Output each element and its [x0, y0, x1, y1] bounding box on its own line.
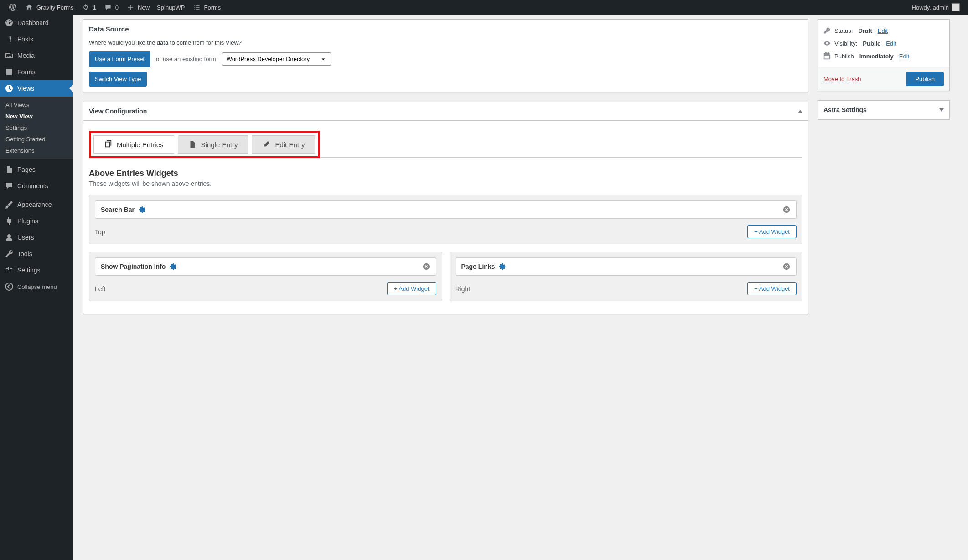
avatar — [952, 3, 960, 11]
user-icon — [5, 233, 14, 242]
spinupwp-link[interactable]: SpinupWP — [153, 0, 188, 15]
sidebar-item-label: Posts — [17, 36, 33, 43]
calendar-icon — [823, 52, 831, 60]
sidebar-item-comments[interactable]: Comments — [0, 178, 73, 194]
use-form-preset-button[interactable]: Use a Form Preset — [89, 51, 150, 67]
view-config-heading-row[interactable]: View Configuration — [83, 102, 808, 121]
widget-pagination-info[interactable]: Show Pagination Info — [95, 257, 436, 276]
submenu-item-extensions[interactable]: Extensions — [0, 145, 73, 156]
add-widget-top-button[interactable]: + Add Widget — [747, 225, 797, 238]
submenu-item-getting-started[interactable]: Getting Started — [0, 134, 73, 145]
tab-multiple-entries[interactable]: Multiple Entries — [93, 135, 174, 154]
close-icon[interactable] — [782, 206, 791, 214]
forms-link[interactable]: Forms — [189, 0, 225, 15]
comment-icon — [5, 181, 14, 190]
sidebar-item-plugins[interactable]: Plugins — [0, 213, 73, 229]
pages-icon — [5, 165, 14, 174]
sidebar-item-settings[interactable]: Settings — [0, 262, 73, 278]
switch-view-type-button[interactable]: Switch View Type — [89, 72, 147, 87]
copy-icon — [104, 140, 112, 149]
publish-button[interactable]: Publish — [906, 72, 944, 86]
pin-icon — [5, 35, 14, 44]
add-widget-left-button[interactable]: + Add Widget — [387, 282, 436, 295]
edit-visibility-link[interactable]: Edit — [886, 40, 896, 47]
collapse-label: Collapse menu — [17, 283, 57, 290]
new-content-link[interactable]: New — [122, 0, 153, 15]
brush-icon — [5, 200, 14, 209]
sidebar-item-label: Forms — [17, 68, 36, 76]
gear-icon[interactable] — [169, 262, 177, 271]
submenu-item-settings[interactable]: Settings — [0, 122, 73, 134]
submenu-item-new-view[interactable]: New View — [0, 111, 73, 122]
edit-status-link[interactable]: Edit — [878, 27, 888, 34]
wrench-icon — [5, 249, 14, 258]
collapse-toggle-icon — [798, 110, 802, 113]
zone-left: Show Pagination Info Left + Add Widget — [89, 252, 442, 301]
admin-bar: Gravity Forms 1 0 New SpinupWP Forms How… — [0, 0, 968, 15]
media-icon — [5, 51, 14, 60]
forms-icon — [5, 67, 14, 77]
datasource-prompt: Where would you like the data to come fr… — [89, 39, 802, 46]
sidebar-item-appearance[interactable]: Appearance — [0, 196, 73, 213]
sidebar-item-label: Views — [17, 85, 34, 92]
astra-heading: Astra Settings — [823, 106, 867, 113]
add-widget-right-button[interactable]: + Add Widget — [747, 282, 797, 295]
tab-single-entry[interactable]: Single Entry — [178, 135, 248, 154]
admin-menu: DashboardPostsMediaFormsViewsAll ViewsNe… — [0, 15, 73, 324]
sliders-icon — [5, 266, 14, 275]
publish-box: Status: Draft Edit Visibility: Public Ed… — [818, 19, 950, 91]
move-to-trash-link[interactable]: Move to Trash — [823, 76, 861, 82]
dashboard-icon — [5, 18, 14, 27]
wp-logo[interactable] — [5, 0, 21, 15]
sidebar-item-label: Settings — [17, 267, 41, 274]
sidebar-item-media[interactable]: Media — [0, 47, 73, 64]
close-icon[interactable] — [782, 262, 791, 271]
sidebar-item-label: Dashboard — [17, 19, 49, 26]
widget-page-links[interactable]: Page Links — [456, 257, 797, 276]
updates-link[interactable]: 1 — [78, 0, 100, 15]
comments-link[interactable]: 0 — [100, 0, 122, 15]
plug-icon — [5, 216, 14, 226]
collapse-menu-button[interactable]: Collapse menu — [0, 278, 73, 295]
gear-icon[interactable] — [498, 262, 507, 271]
above-entries-sub: These widgets will be shown above entrie… — [89, 180, 802, 187]
sidebar-item-label: Tools — [17, 250, 32, 257]
site-name-link[interactable]: Gravity Forms — [21, 0, 78, 15]
my-account-link[interactable]: Howdy, admin — [908, 0, 963, 15]
close-icon[interactable] — [422, 262, 430, 271]
zone-right-label: Right — [456, 285, 471, 293]
zone-left-label: Left — [95, 285, 105, 293]
sidebar-item-label: Media — [17, 52, 35, 59]
comments-count: 0 — [115, 4, 119, 11]
sidebar-item-label: Pages — [17, 166, 36, 173]
sidebar-item-pages[interactable]: Pages — [0, 161, 73, 178]
sidebar-item-dashboard[interactable]: Dashboard — [0, 15, 73, 31]
sidebar-item-forms[interactable]: Forms — [0, 64, 73, 80]
views-icon — [5, 84, 14, 93]
astra-settings-box: Astra Settings — [818, 100, 950, 120]
site-name: Gravity Forms — [36, 4, 74, 11]
sidebar-item-views[interactable]: Views — [0, 80, 73, 97]
view-config-box: View Configuration Multiple Entries Sing… — [83, 102, 808, 314]
sidebar-item-tools[interactable]: Tools — [0, 246, 73, 262]
zone-top-label: Top — [95, 228, 105, 236]
datasource-box: Data Source Where would you like the dat… — [83, 19, 808, 92]
view-config-heading: View Configuration — [89, 108, 147, 115]
new-label: New — [138, 4, 150, 11]
tab-edit-entry[interactable]: Edit Entry — [252, 135, 315, 154]
sidebar-item-posts[interactable]: Posts — [0, 31, 73, 47]
edit-icon — [262, 140, 270, 149]
visibility-row: Visibility: Public Edit — [823, 37, 944, 50]
form-select[interactable]: WordPress Developer Directory — [222, 52, 331, 66]
edit-publish-link[interactable]: Edit — [899, 53, 909, 60]
sidebar-item-users[interactable]: Users — [0, 229, 73, 246]
widget-search-bar[interactable]: Search Bar — [95, 200, 797, 219]
status-row: Status: Draft Edit — [823, 24, 944, 37]
file-icon — [188, 140, 197, 149]
howdy-text: Howdy, admin — [912, 4, 949, 11]
submenu-item-all-views[interactable]: All Views — [0, 99, 73, 111]
sidebar-item-label: Users — [17, 234, 34, 241]
zone-top: Search Bar Top + Add Widget — [89, 195, 802, 244]
astra-heading-row[interactable]: Astra Settings — [818, 101, 949, 119]
gear-icon[interactable] — [138, 206, 146, 214]
